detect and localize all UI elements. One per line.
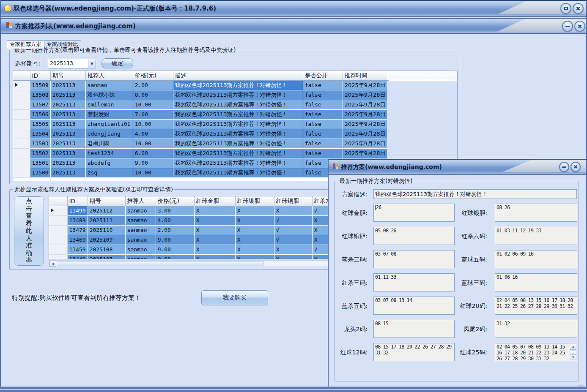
- column-header[interactable]: 红球银胆: [235, 196, 274, 206]
- cell[interactable]: X: [194, 235, 235, 245]
- column-header[interactable]: 推荐时间: [343, 71, 388, 80]
- column-header[interactable]: 期号: [50, 71, 85, 80]
- accuracy-button[interactable]: 点击查看此人准确率: [14, 196, 44, 266]
- cell[interactable]: X: [235, 235, 274, 245]
- cell[interactable]: 13506: [30, 109, 50, 119]
- cell[interactable]: 我的双色球2025113期方案推荐！对错勿怪！: [173, 148, 303, 158]
- cell[interactable]: X: [194, 206, 235, 215]
- cell[interactable]: 13508: [30, 90, 50, 100]
- cell[interactable]: 13500: [30, 168, 50, 177]
- cell[interactable]: √: [274, 235, 312, 245]
- cell[interactable]: X: [194, 225, 235, 235]
- field-vscrollbar[interactable]: ▲ ▼: [570, 344, 576, 360]
- scroll-left-button[interactable]: ◀: [49, 261, 56, 267]
- row-selector[interactable]: [13, 109, 30, 119]
- row-selector[interactable]: [13, 168, 30, 177]
- field-textbox[interactable]: 01 02 06 09 16: [495, 250, 577, 268]
- cell[interactable]: 2025113: [50, 80, 85, 90]
- cell[interactable]: sanmao: [125, 245, 156, 254]
- combo-dropdown-button[interactable]: ▼: [88, 59, 96, 68]
- cell[interactable]: 2025年9月28日: [343, 148, 388, 158]
- cell[interactable]: 10.00: [133, 139, 173, 148]
- field-textbox[interactable]: 08 15: [373, 320, 455, 338]
- cell[interactable]: 2025113: [50, 109, 85, 119]
- cell[interactable]: X: [274, 254, 312, 259]
- column-header[interactable]: 推荐人: [125, 196, 156, 206]
- cell[interactable]: 13505: [30, 119, 50, 129]
- cell[interactable]: test1234: [85, 148, 133, 158]
- cell[interactable]: 2025年9月28日: [343, 80, 388, 90]
- cell[interactable]: 梦想发财: [85, 109, 133, 119]
- cell[interactable]: 9.00: [133, 158, 173, 168]
- scroll-thumb[interactable]: [57, 261, 263, 266]
- row-selector[interactable]: [13, 148, 30, 158]
- desc-textbox[interactable]: 我的双色球2025113期方案推荐！对错勿怪！: [373, 189, 577, 199]
- cell[interactable]: 我的双色球2025113期方案推荐！对错勿怪！: [173, 80, 303, 90]
- cell[interactable]: 13449: [67, 254, 88, 259]
- cell[interactable]: 2025113: [50, 139, 85, 148]
- cell[interactable]: 13469: [67, 235, 88, 245]
- cell[interactable]: false: [303, 129, 343, 139]
- cell[interactable]: X: [274, 206, 312, 215]
- field-textbox[interactable]: 31 32: [495, 320, 577, 338]
- cell[interactable]: 我的双色球2025113期方案推荐！对错勿怪！: [173, 100, 303, 109]
- field-textbox[interactable]: 05 08 26: [373, 227, 455, 245]
- cell[interactable]: 2025年9月28日: [343, 129, 388, 139]
- cell[interactable]: 9.00: [156, 245, 194, 254]
- column-header[interactable]: 价格(元): [133, 71, 173, 80]
- row-selector[interactable]: [13, 80, 30, 90]
- cell[interactable]: √: [274, 225, 312, 235]
- column-header[interactable]: ID: [30, 71, 50, 80]
- period-combobox[interactable]: 2025113 ▼: [48, 59, 96, 68]
- cell[interactable]: 2025112: [88, 206, 125, 215]
- column-header[interactable]: 价格(元): [156, 196, 194, 206]
- cell[interactable]: 6.00: [133, 148, 173, 158]
- field-textbox[interactable]: 26: [373, 204, 455, 222]
- field-textbox[interactable]: 01 11 33: [373, 273, 455, 291]
- close-button[interactable]: ✖: [573, 3, 584, 14]
- cell[interactable]: abcdefg: [85, 158, 133, 168]
- child-close-button[interactable]: ✖: [574, 21, 585, 32]
- cell[interactable]: 我的双色球2025113期方案推荐！对错勿怪！: [173, 139, 303, 148]
- cell[interactable]: 13507: [30, 100, 50, 109]
- cell[interactable]: 2025110: [88, 225, 125, 235]
- row-selector[interactable]: [13, 158, 30, 168]
- cell[interactable]: 2025113: [50, 100, 85, 109]
- cell[interactable]: zsq: [85, 168, 133, 177]
- cell[interactable]: 4.00: [156, 215, 194, 225]
- cell[interactable]: 2025年9月28日: [343, 109, 388, 119]
- scroll-down-button[interactable]: ▼: [570, 354, 576, 360]
- cell[interactable]: 9.00: [156, 235, 194, 245]
- cell[interactable]: √: [274, 215, 312, 225]
- cell[interactable]: 2025107: [88, 254, 125, 259]
- cell[interactable]: 2025年9月28日: [343, 139, 388, 148]
- cell[interactable]: 13479: [67, 225, 88, 235]
- cell[interactable]: 君梅川雨: [85, 139, 133, 148]
- cell[interactable]: 13459: [67, 245, 88, 254]
- cell[interactable]: 3.00: [156, 206, 194, 215]
- cell[interactable]: false: [303, 100, 343, 109]
- field-textbox[interactable]: 03 07 08: [373, 250, 455, 268]
- cell[interactable]: false: [303, 80, 343, 90]
- cell[interactable]: 4.00: [133, 129, 173, 139]
- cell[interactable]: 2025113: [50, 90, 85, 100]
- cell[interactable]: 10.00: [133, 100, 173, 109]
- cell[interactable]: 13504: [30, 129, 50, 139]
- row-selector[interactable]: [49, 235, 67, 245]
- cell[interactable]: 2025113: [50, 158, 85, 168]
- cell[interactable]: sanmao: [125, 215, 156, 225]
- field-textbox[interactable]: 08 26: [495, 204, 577, 222]
- cell[interactable]: 2025111: [88, 215, 125, 225]
- row-selector[interactable]: [13, 129, 30, 139]
- cell[interactable]: smileman: [85, 100, 133, 109]
- cell[interactable]: 13501: [30, 158, 50, 168]
- cell[interactable]: false: [303, 90, 343, 100]
- cell[interactable]: 我的双色球2025113期方案推荐！对错勿怪！: [173, 90, 303, 100]
- cell[interactable]: 8.00: [133, 90, 173, 100]
- cell[interactable]: X: [235, 215, 274, 225]
- cell[interactable]: 我的双色球2025113期方案推荐！对错勿怪！: [173, 168, 303, 177]
- cell[interactable]: X: [235, 245, 274, 254]
- tab-expert-recommend[interactable]: 专家推荐方案: [7, 40, 44, 49]
- cell[interactable]: 2025109: [88, 235, 125, 245]
- row-selector[interactable]: [49, 215, 67, 225]
